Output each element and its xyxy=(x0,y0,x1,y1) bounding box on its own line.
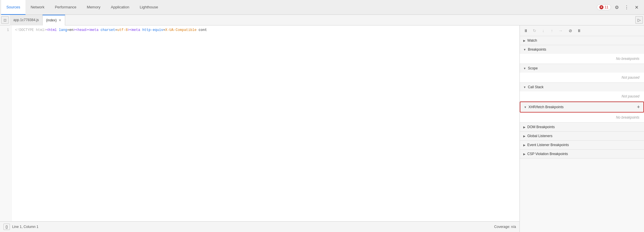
deactivate-breakpoints-button[interactable]: ⊘ xyxy=(567,27,574,34)
main-area: 1 <!DOCTYPE html><html lang=en><head><me… xyxy=(0,25,644,232)
settings-icon[interactable]: ⚙ xyxy=(613,3,621,11)
call-stack-section: ▼ Call Stack Not paused xyxy=(520,83,644,102)
dom-breakpoints-label: DOM Breakpoints xyxy=(527,125,555,129)
tab-network[interactable]: Network xyxy=(25,0,50,15)
xhr-fetch-arrow-icon: ▼ xyxy=(524,106,527,109)
html-tag-span: <html xyxy=(46,28,57,32)
pause-resume-button[interactable]: ⏸ xyxy=(522,27,530,34)
error-circle-icon: ✕ xyxy=(599,5,603,9)
status-bar: {} Line 1, Column 1 Coverage: n/a xyxy=(0,221,519,232)
breakpoints-section-header[interactable]: ▼ Breakpoints xyxy=(520,45,644,54)
watch-arrow-icon: ▶ xyxy=(523,39,526,42)
csp-violation-label: CSP Violation Breakpoints xyxy=(527,152,568,156)
global-listeners-label: Global Listeners xyxy=(527,134,552,138)
event-listener-section-header[interactable]: ▶ Event Listener Breakpoints xyxy=(520,141,644,149)
scope-section-header[interactable]: ▼ Scope xyxy=(520,64,644,73)
file-tab-app-js[interactable]: app.1c778384.js xyxy=(10,15,43,25)
dom-breakpoints-section-header[interactable]: ▶ DOM Breakpoints xyxy=(520,123,644,131)
code-line-1: <!DOCTYPE html><html lang=en><head><meta… xyxy=(15,27,516,33)
breakpoints-empty-text: No breakpoints xyxy=(520,54,644,64)
step-into-button[interactable]: ↓ xyxy=(539,27,547,34)
file-tab-bar: ◫ app.1c778384.js (index) ✕ ▷ xyxy=(0,15,644,25)
pause-on-exceptions-button[interactable]: ⏸ xyxy=(575,27,583,34)
code-area: 1 <!DOCTYPE html><html lang=en><head><me… xyxy=(0,25,519,221)
tab-lighthouse[interactable]: Lighthouse xyxy=(134,0,163,15)
global-listeners-section-header[interactable]: ▶ Global Listeners xyxy=(520,132,644,140)
csp-violation-arrow-icon: ▶ xyxy=(523,152,526,156)
breakpoints-label: Breakpoints xyxy=(528,47,546,51)
csp-violation-section: ▶ CSP Violation Breakpoints xyxy=(520,150,644,159)
sidebar-toggle-button[interactable]: ◫ xyxy=(1,16,9,24)
tab-performance[interactable]: Performance xyxy=(50,0,81,15)
scope-label: Scope xyxy=(528,66,538,70)
xhr-fetch-empty-text: No breakpoints xyxy=(520,113,644,122)
line-number-1: 1 xyxy=(0,27,11,33)
file-tab-index[interactable]: (index) ✕ xyxy=(43,15,65,25)
global-listeners-arrow-icon: ▶ xyxy=(523,135,526,138)
global-listeners-section: ▶ Global Listeners xyxy=(520,132,644,141)
close-devtools-icon[interactable]: ✕ xyxy=(632,3,641,11)
right-panel: ⏸ ↻ ↓ ↑ → ⊘ ⏸ ▶ Watch ▼ Breakpoints No b… xyxy=(519,25,644,232)
tab-more-button[interactable]: ▷ xyxy=(635,16,643,24)
breakpoints-arrow-icon: ▼ xyxy=(523,48,526,51)
tab-bar-left: Sources Network Performance Memory Appli… xyxy=(1,0,597,15)
step-out-button[interactable]: ↑ xyxy=(548,27,556,34)
coverage-status: Coverage: n/a xyxy=(494,225,516,229)
event-listener-arrow-icon: ▶ xyxy=(523,143,526,147)
editor-panel: 1 <!DOCTYPE html><html lang=en><head><me… xyxy=(0,25,519,232)
watch-section-header[interactable]: ▶ Watch xyxy=(520,36,644,45)
doctype-span: <!DOCTYPE html> xyxy=(15,28,46,32)
step-button[interactable]: → xyxy=(557,27,564,34)
top-tab-bar: Sources Network Performance Memory Appli… xyxy=(0,0,644,15)
xhr-fetch-section-header[interactable]: ▼ XHR/fetch Breakpoints + xyxy=(520,102,644,113)
tab-bar-right: ✕ 11 ⚙ ⋮ ✕ xyxy=(597,3,643,11)
call-stack-label: Call Stack xyxy=(528,85,544,89)
xhr-add-button[interactable]: + xyxy=(637,104,640,110)
debugger-toolbar: ⏸ ↻ ↓ ↑ → ⊘ ⏸ xyxy=(520,25,644,36)
error-badge[interactable]: ✕ 11 xyxy=(597,4,611,10)
tab-memory[interactable]: Memory xyxy=(82,0,106,15)
watch-label: Watch xyxy=(527,38,537,43)
call-stack-empty-text: Not paused xyxy=(520,91,644,101)
tab-sources[interactable]: Sources xyxy=(1,0,25,15)
status-left: {} Line 1, Column 1 xyxy=(3,224,39,230)
call-stack-section-header[interactable]: ▼ Call Stack xyxy=(520,83,644,91)
watch-section: ▶ Watch xyxy=(520,36,644,45)
dom-breakpoints-section: ▶ DOM Breakpoints xyxy=(520,123,644,132)
error-count: 11 xyxy=(605,5,608,9)
tab-application[interactable]: Application xyxy=(106,0,135,15)
event-listener-section: ▶ Event Listener Breakpoints xyxy=(520,141,644,150)
cursor-position: Line 1, Column 1 xyxy=(12,225,39,229)
xhr-fetch-section: ▼ XHR/fetch Breakpoints + No breakpoints xyxy=(520,102,644,123)
breakpoints-section: ▼ Breakpoints No breakpoints xyxy=(520,45,644,64)
csp-violation-section-header[interactable]: ▶ CSP Violation Breakpoints xyxy=(520,150,644,158)
call-stack-arrow-icon: ▼ xyxy=(523,86,526,89)
event-listener-label: Event Listener Breakpoints xyxy=(527,143,569,147)
scope-section: ▼ Scope Not paused xyxy=(520,64,644,83)
code-content[interactable]: <!DOCTYPE html><html lang=en><head><meta… xyxy=(12,25,519,221)
scope-empty-text: Not paused xyxy=(520,73,644,82)
more-options-icon[interactable]: ⋮ xyxy=(623,3,631,11)
xhr-fetch-label: XHR/fetch Breakpoints xyxy=(528,105,564,109)
format-button[interactable]: {} xyxy=(3,224,10,230)
scope-arrow-icon: ▼ xyxy=(523,67,526,70)
line-numbers: 1 xyxy=(0,25,12,221)
close-tab-icon[interactable]: ✕ xyxy=(58,18,61,22)
step-over-button[interactable]: ↻ xyxy=(531,27,538,34)
dom-breakpoints-arrow-icon: ▶ xyxy=(523,126,526,129)
